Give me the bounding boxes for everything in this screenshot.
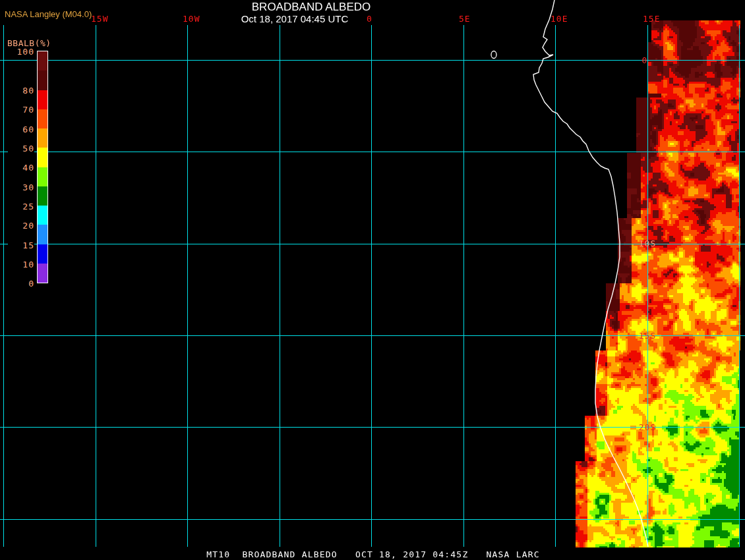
colorbar-block — [38, 148, 47, 167]
lat-label: 15S — [639, 331, 656, 340]
lon-label: 5W — [275, 14, 287, 23]
lon-label: 15E — [643, 14, 660, 23]
lat-label: 10S — [639, 239, 656, 248]
colorbar-block — [38, 128, 47, 148]
colorbar — [37, 51, 48, 283]
colorbar-block — [38, 109, 47, 128]
legend-tick-label: 20 — [8, 221, 34, 231]
lon-label: 10E — [551, 14, 568, 23]
legend-tick-label: 40 — [8, 163, 34, 173]
status-text: MT10 BROADBAND ALBEDO OCT 18, 2017 04:45… — [206, 550, 540, 559]
legend-tick-label: 10 — [8, 260, 34, 269]
colorbar-block — [38, 186, 47, 206]
albedo-map-viewport: 15W10W5W05E10E15E 010S15S20S BBALB(%) 10… — [0, 0, 745, 560]
lon-label: 15W — [91, 14, 108, 23]
legend-tick-label: 15 — [8, 240, 34, 250]
colorbar-block — [38, 206, 47, 225]
colorbar-block — [38, 167, 47, 186]
legend-tick-label: 30 — [8, 182, 34, 192]
colorbar-block — [38, 90, 47, 109]
lat-label: 0 — [642, 56, 648, 65]
map-overlay — [0, 0, 745, 560]
legend-tick-label: 100 — [8, 47, 34, 57]
colorbar-block — [38, 264, 47, 283]
lon-label: 10W — [183, 14, 200, 23]
lat-label: 20S — [639, 423, 656, 432]
legend-tick-label: 25 — [8, 202, 34, 211]
colorbar-block — [38, 225, 47, 244]
lon-label: 0 — [367, 14, 372, 23]
coastline — [533, 0, 648, 547]
legend-tick-label: 0 — [8, 279, 34, 289]
legend-tick-label: 80 — [8, 86, 34, 96]
legend-tick-label: 70 — [8, 105, 34, 115]
colorbar-block — [38, 244, 47, 264]
lon-label: 5E — [459, 14, 471, 23]
colorbar-block — [38, 70, 47, 90]
island-outline — [491, 51, 496, 59]
graticule — [0, 25, 745, 547]
legend-tick-label: 60 — [8, 125, 34, 134]
status-bar: MT10 BROADBAND ALBEDO OCT 18, 2017 04:45… — [0, 547, 745, 560]
colorbar-block — [38, 51, 47, 70]
legend-tick-label: 50 — [8, 144, 34, 154]
